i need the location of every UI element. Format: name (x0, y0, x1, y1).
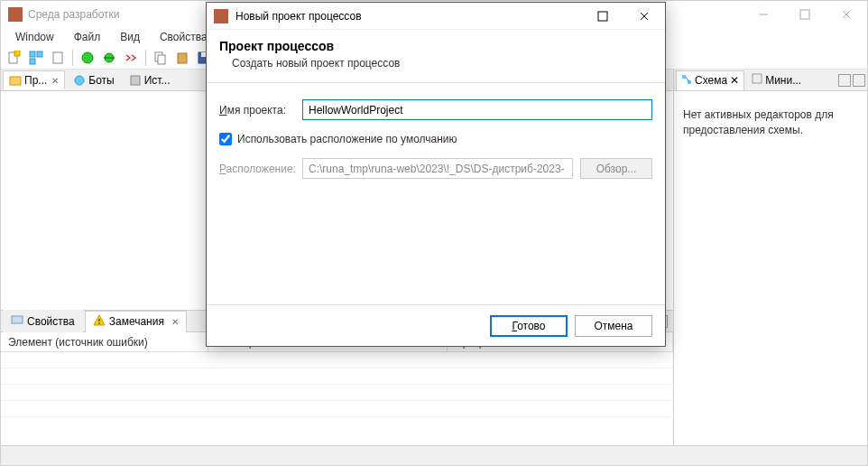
tb-layout-icon[interactable] (26, 48, 46, 68)
dialog-body: Имя проекта: Использовать расположение п… (207, 83, 665, 304)
minimap-icon (752, 73, 762, 87)
svg-rect-23 (12, 316, 23, 323)
location-label: Расположение: (219, 163, 302, 175)
statusbar (1, 445, 867, 465)
tb-paste-icon[interactable] (172, 48, 192, 68)
dialog-titlebar: Новый проект процессов (207, 3, 665, 30)
warning-icon (93, 314, 106, 330)
toolbar-separator (72, 50, 73, 66)
dialog-window-buttons (582, 3, 665, 30)
app-icon (214, 9, 228, 23)
right-body: Нет активных редакторов для предоставлен… (674, 91, 867, 445)
dialog-subheading: Создать новый проект процессов (219, 57, 652, 70)
svg-rect-29 (753, 74, 762, 83)
dialog-heading: Проект процессов (219, 39, 652, 53)
svg-rect-1 (800, 10, 809, 19)
cancel-button[interactable]: Отмена (575, 315, 652, 337)
col-element[interactable]: Элемент (источник ошибки) (1, 332, 208, 351)
tab-label: Схема (695, 74, 727, 87)
tab-problems[interactable]: Замечания ✕ (85, 311, 187, 332)
close-icon (839, 7, 854, 22)
right-tabs: Схема ✕ Мини... (674, 70, 867, 91)
tab-bots[interactable]: Боты (67, 70, 120, 90)
table-row (1, 385, 673, 401)
tb-run-icon[interactable] (78, 48, 97, 68)
svg-rect-14 (158, 55, 165, 64)
table-body (1, 352, 673, 445)
maximize-icon (798, 7, 812, 22)
svg-rect-6 (30, 51, 35, 57)
project-name-label: Имя проекта: (219, 104, 302, 116)
svg-rect-7 (37, 51, 42, 57)
no-editor-message: Нет активных редакторов для предоставлен… (683, 108, 834, 136)
menu-window[interactable]: Window (6, 29, 63, 45)
tb-bug-icon[interactable] (99, 48, 119, 68)
tab-label: Боты (88, 74, 114, 87)
svg-rect-8 (30, 59, 35, 64)
close-icon[interactable]: ✕ (171, 317, 179, 327)
tab-label: Ист... (144, 74, 171, 87)
svg-rect-5 (14, 51, 20, 56)
tab-projects[interactable]: Пр... ✕ (3, 70, 65, 89)
svg-point-21 (75, 76, 84, 85)
sources-icon (129, 74, 142, 87)
tb-arrows-icon[interactable] (121, 48, 141, 68)
menu-view[interactable]: Вид (111, 29, 149, 45)
tab-label: Пр... (24, 74, 47, 87)
projects-icon (9, 74, 22, 87)
table-row (1, 352, 673, 368)
tb-copy-icon[interactable] (151, 48, 171, 68)
right-pane-controls (838, 74, 865, 87)
use-default-checkbox[interactable] (219, 133, 232, 145)
tab-minimap[interactable]: Мини... (746, 70, 807, 90)
svg-rect-22 (131, 76, 140, 85)
location-input (302, 158, 573, 179)
svg-rect-9 (53, 52, 62, 63)
minimize-button[interactable] (743, 1, 784, 28)
tab-label: Свойства (27, 315, 75, 328)
minimize-pane-icon[interactable] (838, 74, 851, 87)
close-icon[interactable]: ✕ (51, 76, 59, 86)
browse-button: Обзор... (580, 158, 652, 179)
schema-icon (681, 74, 692, 88)
window-buttons (743, 1, 867, 28)
tb-file-icon[interactable] (48, 48, 68, 68)
bots-icon (73, 74, 86, 87)
finish-button[interactable]: Готово (490, 315, 568, 337)
maximize-icon (596, 9, 610, 23)
close-button[interactable] (826, 1, 867, 28)
dialog-header: Проект процессов Создать новый проект пр… (207, 30, 665, 83)
svg-rect-26 (682, 75, 686, 79)
tab-schema[interactable]: Схема ✕ (676, 70, 744, 90)
dialog-title: Новый проект процессов (235, 10, 582, 23)
toolbar-separator (145, 50, 146, 66)
menu-file[interactable]: Файл (65, 29, 110, 45)
tb-new-icon[interactable] (5, 48, 24, 68)
close-icon (637, 9, 651, 23)
maximize-pane-icon[interactable] (853, 74, 865, 87)
dialog-maximize-button[interactable] (582, 3, 623, 30)
use-default-label: Использовать расположение по умолчанию (237, 133, 457, 145)
svg-point-25 (98, 322, 100, 324)
close-icon[interactable]: ✕ (730, 74, 739, 87)
svg-rect-15 (178, 53, 187, 63)
table-row (1, 401, 673, 417)
project-name-row: Имя проекта: (219, 99, 652, 120)
table-row (1, 368, 673, 385)
svg-point-10 (82, 52, 93, 63)
tab-sources[interactable]: Ист... (123, 70, 177, 90)
dialog-footer: Готово Отмена (207, 304, 665, 346)
dialog-close-button[interactable] (623, 3, 665, 30)
tab-properties[interactable]: Свойства (3, 310, 83, 332)
svg-rect-30 (598, 12, 607, 21)
use-default-row: Использовать расположение по умолчанию (219, 133, 652, 145)
maximize-button[interactable] (784, 1, 826, 28)
right-pane: Схема ✕ Мини... Нет активных редакторов … (673, 70, 867, 445)
properties-icon (11, 313, 23, 329)
new-project-dialog: Новый проект процессов Проект процессов … (206, 2, 666, 347)
tab-label: Мини... (765, 74, 801, 87)
app-icon (8, 7, 23, 22)
location-row: Расположение: Обзор... (219, 158, 652, 179)
svg-rect-20 (10, 77, 21, 85)
project-name-input[interactable] (302, 99, 652, 120)
